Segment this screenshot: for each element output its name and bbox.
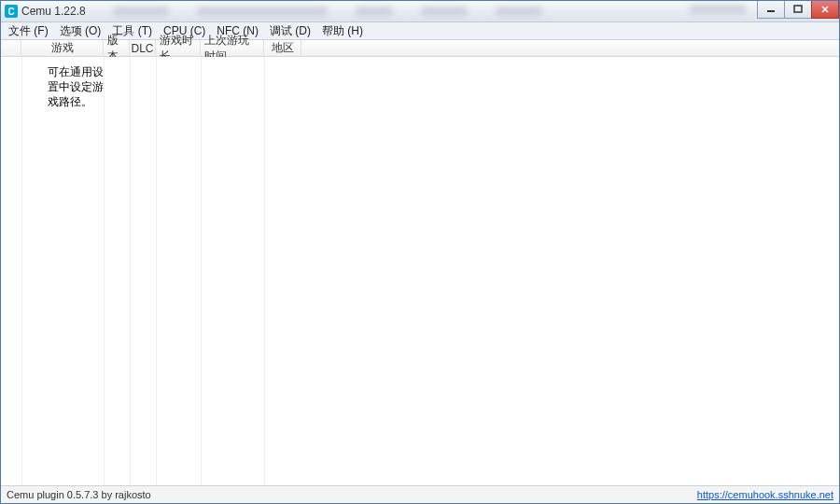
minimize-icon: [766, 5, 776, 14]
titlebar-blur-decor-right: [690, 5, 746, 14]
close-icon: [820, 5, 830, 14]
minimize-button[interactable]: [757, 1, 785, 19]
window-controls: [758, 1, 839, 18]
col-playtime[interactable]: 游戏时长: [156, 40, 201, 56]
menubar: 文件 (F) 选项 (O) 工具 (T) CPU (C) NFC (N) 调试 …: [1, 22, 839, 40]
col-game[interactable]: 游戏: [21, 40, 104, 56]
statusbar-link[interactable]: https://cemuhook.sshnuke.net: [697, 489, 833, 500]
empty-list-message: 可在通用设置中设定游戏路径。: [48, 64, 104, 110]
col-region[interactable]: 地区: [264, 40, 301, 56]
menu-help[interactable]: 帮助 (H): [316, 22, 369, 40]
menu-options[interactable]: 选项 (O): [54, 22, 107, 40]
app-window: C Cemu 1.22.8 文件 (F) 选项 (O) 工具 (T) CPU (…: [0, 0, 840, 504]
col-lastplayed[interactable]: 上次游玩时间: [201, 40, 264, 56]
statusbar: Cemu plugin 0.5.7.3 by rajkosto https://…: [1, 485, 839, 503]
col-version[interactable]: 版本: [104, 40, 130, 56]
col-dlc[interactable]: DLC: [130, 40, 156, 56]
app-icon: C: [5, 5, 18, 18]
window-title: Cemu 1.22.8: [21, 5, 86, 18]
titlebar-blur-decor: [94, 3, 755, 20]
svg-rect-1: [794, 6, 802, 12]
game-list-area: 可在通用设置中设定游戏路径。: [1, 57, 839, 485]
statusbar-text: Cemu plugin 0.5.7.3 by rajkosto: [7, 489, 151, 500]
maximize-icon: [793, 5, 803, 14]
close-button[interactable]: [811, 1, 839, 19]
column-headers: 游戏 版本 DLC 游戏时长 上次游玩时间 地区: [1, 40, 839, 57]
titlebar[interactable]: C Cemu 1.22.8: [1, 1, 839, 22]
menu-file[interactable]: 文件 (F): [3, 22, 54, 40]
menu-debug[interactable]: 调试 (D): [264, 22, 316, 40]
svg-rect-0: [767, 10, 775, 12]
maximize-button[interactable]: [784, 1, 812, 19]
col-icon[interactable]: [1, 40, 21, 56]
